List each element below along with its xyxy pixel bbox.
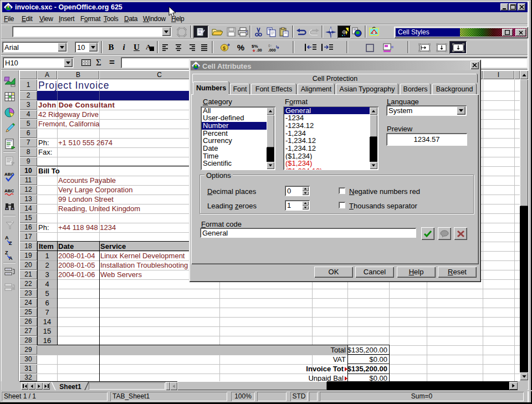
svg-text:ABC: ABC: [4, 188, 14, 193]
svg-text:A: A: [5, 235, 9, 241]
svg-text:.00: .00: [257, 48, 262, 52]
svg-text:Z: Z: [5, 250, 8, 255]
svg-text:$: $: [223, 45, 226, 51]
svg-text:0↑: 0↑: [268, 44, 272, 48]
svg-text:.000: .000: [268, 48, 276, 52]
